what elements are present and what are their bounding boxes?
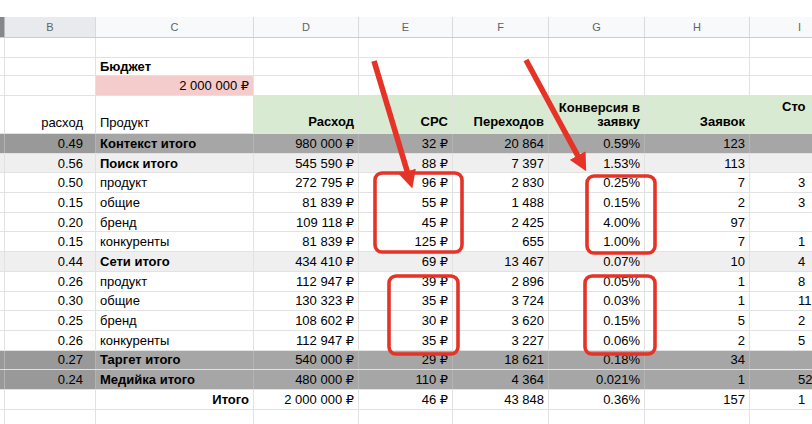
cell-c[interactable]: Сети итого <box>96 252 254 271</box>
cell-h[interactable]: 123 <box>645 134 750 153</box>
cell-h[interactable]: 10 <box>645 252 750 271</box>
cell-i[interactable]: 5 <box>750 331 812 350</box>
cell-i[interactable]: 2 <box>750 311 812 330</box>
cell-d[interactable]: 130 323 ₽ <box>254 292 359 311</box>
cell-d[interactable]: 2 000 000 ₽ <box>254 390 359 409</box>
cell-d[interactable]: 81 839 ₽ <box>254 193 359 212</box>
cell-i[interactable]: 1 <box>750 390 812 409</box>
budget-label-cell[interactable]: Бюджет <box>96 58 254 75</box>
cell-h[interactable]: 7 <box>645 232 750 251</box>
cell-i[interactable] <box>750 410 812 424</box>
cell-e[interactable]: 46 ₽ <box>359 390 453 409</box>
cell[interactable] <box>254 38 359 57</box>
cell[interactable] <box>359 58 453 75</box>
cell[interactable] <box>645 38 750 57</box>
cell-f[interactable]: 1 488 <box>453 193 549 212</box>
cell-f[interactable]: 3 620 <box>453 311 549 330</box>
cell-h[interactable]: 1 <box>645 292 750 311</box>
cell-g[interactable]: 1.00% <box>549 232 645 251</box>
cell-e[interactable]: 35 ₽ <box>359 292 453 311</box>
cell-h[interactable]: 34 <box>645 351 750 370</box>
cell[interactable] <box>549 58 645 75</box>
cell-g[interactable]: 4.00% <box>549 213 645 232</box>
cell-d[interactable]: 81 839 ₽ <box>254 232 359 251</box>
header-cpc[interactable]: CPC <box>359 96 453 133</box>
cell[interactable] <box>549 76 645 95</box>
cell-i[interactable]: 4 <box>750 252 812 271</box>
cell-g[interactable]: 0.021% <box>549 370 645 389</box>
cell-d[interactable]: 980 000 ₽ <box>254 134 359 153</box>
budget-value-cell[interactable]: 2 000 000 ₽ <box>96 76 254 95</box>
cell-e[interactable] <box>359 410 453 424</box>
column-letter-D[interactable]: D <box>254 17 359 37</box>
cell[interactable] <box>453 38 549 57</box>
cell-b[interactable]: 0.15 <box>5 193 96 212</box>
cell[interactable] <box>359 38 453 57</box>
cell-b[interactable]: 0.50 <box>5 173 96 192</box>
cell-d[interactable]: 112 947 ₽ <box>254 331 359 350</box>
cell-e[interactable]: 69 ₽ <box>359 252 453 271</box>
cell[interactable] <box>750 38 812 57</box>
cell[interactable] <box>750 58 812 75</box>
cell-h[interactable]: 2 <box>645 331 750 350</box>
cell-b[interactable]: 0.27 <box>5 351 96 370</box>
cell-b[interactable]: 0.44 <box>5 252 96 271</box>
cell[interactable] <box>645 76 750 95</box>
cell-c[interactable]: общие <box>96 193 254 212</box>
cell-c[interactable]: Итого <box>96 390 254 409</box>
cell-c[interactable]: Таргет итого <box>96 351 254 370</box>
cell-g[interactable]: 1.53% <box>549 154 645 173</box>
cell-d[interactable]: 109 118 ₽ <box>254 213 359 232</box>
cell[interactable] <box>254 76 359 95</box>
header-conversion[interactable]: Конверсия в заявку <box>549 96 645 133</box>
cell-c[interactable]: бренд <box>96 311 254 330</box>
cell[interactable] <box>254 58 359 75</box>
cell[interactable] <box>453 76 549 95</box>
cell-g[interactable]: 0.15% <box>549 311 645 330</box>
cell-b[interactable]: 0.26 <box>5 331 96 350</box>
cell-f[interactable]: 655 <box>453 232 549 251</box>
cell-c[interactable]: Поиск итого <box>96 154 254 173</box>
cell-c[interactable]: общие <box>96 292 254 311</box>
header-product[interactable]: Продукт <box>96 96 254 133</box>
cell-b[interactable]: 0.26 <box>5 272 96 291</box>
cell-b[interactable]: 0.24 <box>5 370 96 389</box>
cell-e[interactable]: 39 ₽ <box>359 272 453 291</box>
cell-e[interactable]: 35 ₽ <box>359 331 453 350</box>
cell-g[interactable]: 0.07% <box>549 252 645 271</box>
cell-f[interactable]: 2 425 <box>453 213 549 232</box>
cell-f[interactable]: 4 364 <box>453 370 549 389</box>
cell-b[interactable] <box>5 410 96 424</box>
header-expense[interactable]: Расход <box>254 96 359 133</box>
cell-i[interactable] <box>750 213 812 232</box>
cell-b[interactable]: 0.15 <box>5 232 96 251</box>
cell-e[interactable]: 45 ₽ <box>359 213 453 232</box>
cell-e[interactable]: 88 ₽ <box>359 154 453 173</box>
cell-c[interactable] <box>96 410 254 424</box>
cell-g[interactable]: 0.36% <box>549 390 645 409</box>
cell-f[interactable]: 20 864 <box>453 134 549 153</box>
cell-e[interactable]: 30 ₽ <box>359 311 453 330</box>
cell[interactable] <box>549 38 645 57</box>
cell-f[interactable]: 3 724 <box>453 292 549 311</box>
cell-i[interactable]: 52 <box>750 370 812 389</box>
cell-h[interactable]: 113 <box>645 154 750 173</box>
cell-d[interactable]: 434 410 ₽ <box>254 252 359 271</box>
cell-b[interactable] <box>5 390 96 409</box>
header-leads[interactable]: Заявок <box>645 96 750 133</box>
cell-h[interactable]: 1 <box>645 370 750 389</box>
cell-d[interactable]: 112 947 ₽ <box>254 272 359 291</box>
cell-i[interactable]: 11 <box>750 292 812 311</box>
cell-h[interactable]: 1 <box>645 272 750 291</box>
cell-c[interactable]: продукт <box>96 272 254 291</box>
cell-g[interactable]: 0.25% <box>549 173 645 192</box>
cell-e[interactable]: 110 ₽ <box>359 370 453 389</box>
cell-e[interactable]: 55 ₽ <box>359 193 453 212</box>
header-cost-clipped[interactable]: Сто <box>750 96 812 133</box>
cell-i[interactable] <box>750 351 812 370</box>
column-letter-I[interactable]: I <box>750 17 812 37</box>
cell-h[interactable]: 5 <box>645 311 750 330</box>
cell-i[interactable]: 8 <box>750 272 812 291</box>
column-letter-C[interactable]: C <box>96 17 254 37</box>
cell[interactable] <box>5 76 96 95</box>
